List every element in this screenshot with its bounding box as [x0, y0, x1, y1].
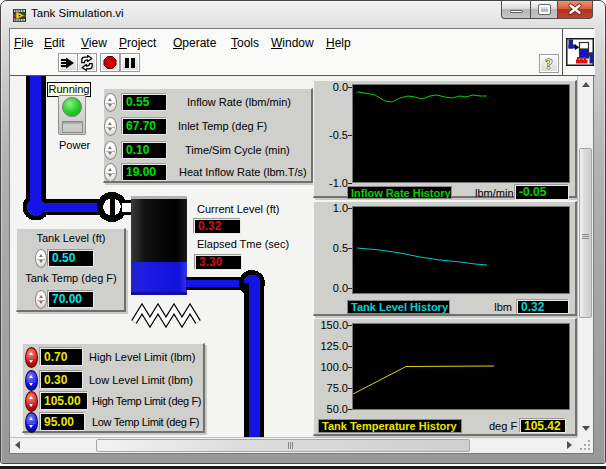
svg-text:?: ? [545, 56, 553, 72]
